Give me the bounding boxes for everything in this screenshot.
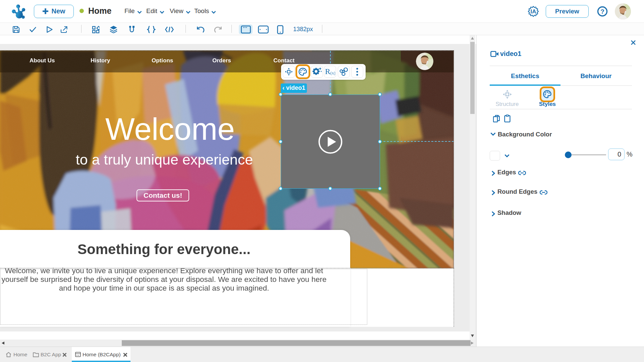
svg-text:IA: IA (531, 8, 536, 15)
svg-text:?: ? (600, 8, 604, 15)
svg-text:R: R (325, 68, 330, 75)
svg-text:(x): (x) (330, 70, 335, 75)
